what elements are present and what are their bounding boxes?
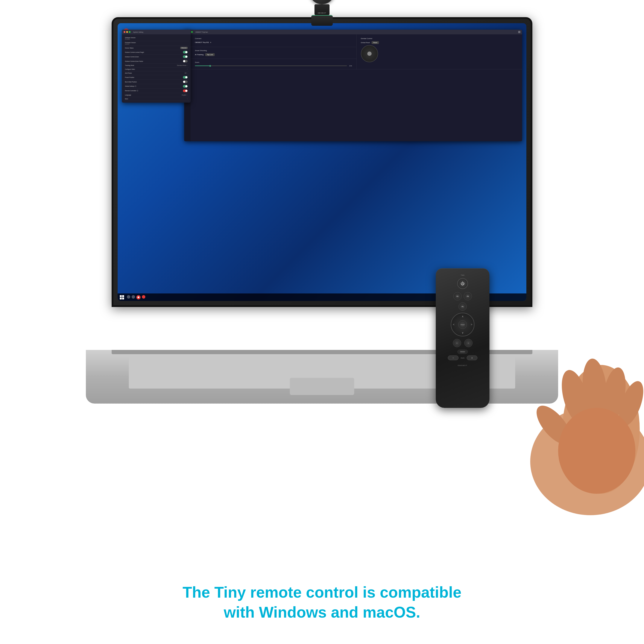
system-setting-titlebar: System Setting	[122, 30, 191, 34]
preset-position-label: Preset Position	[125, 77, 134, 78]
laptop-trackpad	[290, 378, 354, 395]
p1-label: P1	[462, 306, 464, 307]
boot-initial-row: Boot Initial Position	[124, 80, 189, 84]
remote-control-device: Track ⏻ P2 P3 P	[436, 268, 489, 408]
smart-shooting-label: Smart Shooting	[195, 50, 352, 52]
device-dropdown[interactable]: OBSBOT Tiny 001 ▾	[195, 41, 352, 44]
language-label: Language	[125, 94, 131, 96]
taskbar-icons	[127, 295, 145, 299]
connect-label: Connect	[195, 38, 352, 39]
zoom-minus-button[interactable]: −	[448, 355, 459, 360]
connect-section: Connect OBSBOT Tiny 001 ▾	[191, 34, 356, 47]
zoom-section: Zoom 1.0x	[191, 59, 356, 69]
language-value: English	[182, 94, 186, 96]
tracking-mode-arrow: ›	[187, 64, 188, 66]
camera-neck	[314, 4, 330, 15]
nav-left-icon: <	[456, 342, 457, 344]
gimbal-section: Gimbal Control Gimbal Reset Reset	[357, 34, 522, 65]
gesture-zoom-toggle[interactable]	[183, 55, 188, 58]
track-label: Track	[461, 274, 464, 276]
tinycam-titlebar: OBSBOT TinyCam	[184, 30, 522, 34]
start-sq-2	[122, 295, 124, 297]
tap-lock-button[interactable]: Tap Lock	[205, 53, 215, 56]
camera-device	[301, 0, 343, 28]
power-button[interactable]: ⏻	[457, 278, 468, 289]
hand-svg	[483, 322, 644, 515]
zoom-plus-button[interactable]: +	[467, 355, 477, 360]
dpad-center-label: Reset	[461, 324, 465, 325]
anti-flicker-arrow: ›	[187, 72, 188, 74]
taskbar-red-icon[interactable]	[142, 295, 145, 299]
maximize-btn-dot[interactable]	[129, 31, 131, 33]
joystick-dot	[367, 52, 372, 56]
power-icon: ⏻	[461, 281, 465, 286]
cam-left-panel: Connect OBSBOT Tiny 001 ▾ Sm	[191, 34, 357, 69]
caption-line2: with Windows and macOS.	[224, 604, 420, 621]
gimbal-joystick[interactable]	[361, 45, 378, 62]
taskbar-search-icon[interactable]	[127, 295, 130, 299]
tracking-mode-value-row: Standard Mode ›	[177, 64, 188, 66]
configure-video-row[interactable]: Configure Video ›	[124, 67, 189, 71]
dpad-right-arrow[interactable]: >	[471, 323, 472, 326]
zoom-center-label: Zoom	[461, 355, 465, 360]
device-button[interactable]: Device	[457, 350, 468, 354]
gesture-locked-toggle[interactable]	[183, 51, 188, 53]
nav-left-button[interactable]: <	[453, 339, 461, 347]
nav-right-icon: >	[468, 342, 469, 344]
remote-controller-row: Remote Controller ⓘ	[124, 89, 189, 93]
tracking-mode-label: Tracking Mode	[125, 65, 134, 66]
anti-flicker-row[interactable]: Anti-Flicker Off ›	[124, 71, 189, 75]
dpad-up-arrow[interactable]: ∧	[462, 315, 464, 318]
svg-point-7	[558, 408, 635, 494]
remote-controller-toggle[interactable]	[183, 90, 188, 92]
page-container: OBSBOTTinyCam System Setting	[0, 0, 644, 644]
tinycam-maximize-dot[interactable]	[191, 31, 193, 33]
boot-initial-label: Boot Initial Position	[125, 81, 137, 83]
zoom-slider-container: 1.0x	[195, 65, 352, 67]
resume-button[interactable]: Resume	[180, 47, 188, 49]
obsbot-tb-inner	[138, 296, 139, 298]
dpad-left-arrow[interactable]: <	[453, 323, 454, 326]
tinycam-window: OBSBOT TinyCam	[184, 30, 522, 141]
preset-position-toggle[interactable]	[183, 76, 188, 79]
taskbar-task-icon[interactable]	[132, 295, 135, 299]
firmware-version-value: 0.0.0.0	[125, 43, 136, 45]
win-ctrl-1[interactable]	[518, 31, 520, 33]
p3-button[interactable]: P3	[464, 292, 472, 300]
gesture-zoom-row: Gesture Control-Zoom	[124, 55, 189, 59]
p2-label: P2	[457, 296, 459, 297]
zoom-slider-thumb[interactable]	[209, 65, 211, 67]
firmware-version-row: Firmware Version 0.0.0.0	[124, 41, 189, 46]
tracking-mode-row[interactable]: Tracking Mode Standard Mode ›	[124, 64, 189, 67]
language-row[interactable]: Language English ›	[124, 93, 189, 97]
p1-row: P1	[439, 302, 486, 311]
p2-p3-row: P2 P3	[439, 292, 486, 300]
boot-initial-toggle[interactable]	[183, 81, 188, 83]
gesture-locked-row: Gesture Control-Locked Target	[124, 50, 189, 55]
minimize-btn-dot[interactable]	[126, 31, 128, 33]
dpad-center-button[interactable]: Reset	[458, 320, 467, 329]
start-button[interactable]	[120, 295, 124, 299]
global-hotkeys-toggle[interactable]	[183, 85, 188, 88]
window-controls	[518, 31, 520, 33]
zoom-slider[interactable]	[195, 65, 347, 66]
dpad-ring: ∧ ∨ < > Reset	[451, 313, 474, 336]
smart-shooting-section: Smart Shooting AI Tracking Tap Lock	[191, 47, 356, 59]
p2-button[interactable]: P2	[453, 292, 462, 300]
cam-top-row: Connect OBSBOT Tiny 001 ▾ Sm	[191, 34, 522, 69]
zoom-controls-row: − Zoom +	[439, 355, 486, 360]
obsbot-taskbar-icon[interactable]	[136, 295, 141, 299]
device-name: OBSBOT Tiny 001	[195, 41, 209, 43]
remote-brand-label: OBSBOT	[439, 365, 486, 366]
gesture-zoom-factor-toggle[interactable]	[183, 60, 188, 62]
desktop-area: OBSBOTTinyCam System Setting	[120, 25, 524, 293]
p1-button[interactable]: P1	[459, 302, 467, 311]
nav-right-button[interactable]: >	[464, 339, 472, 347]
more-row[interactable]: More ›	[124, 97, 189, 101]
nav-row: < >	[439, 339, 486, 347]
firmware-version-group: Firmware Version 0.0.0.0	[125, 42, 136, 45]
more-label: More	[125, 98, 128, 100]
reset-button[interactable]: Reset	[372, 41, 379, 44]
dpad-down-arrow[interactable]: ∨	[462, 331, 464, 334]
close-btn-dot[interactable]	[124, 31, 125, 33]
